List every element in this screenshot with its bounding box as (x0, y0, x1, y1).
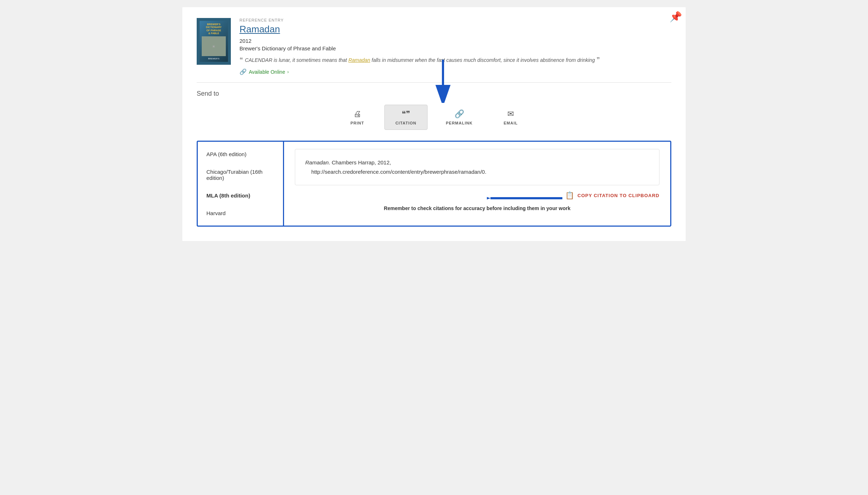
quote-ramadan-word: Ramadan (348, 57, 370, 63)
book-cover-image: ▣ (202, 36, 226, 56)
citation-button[interactable]: ❝❞ CITATION (384, 105, 428, 130)
print-label: PRINT (351, 121, 364, 125)
entry-title[interactable]: Ramadan (239, 24, 671, 35)
entry-meta: REFERENCE ENTRY Ramadan 2012 Brewer's Di… (239, 18, 671, 75)
book-cover-logo: BREWER'S (208, 58, 219, 60)
quote-text-part1: CALENDAR is lunar, it sometimes means th… (245, 57, 348, 63)
permalink-label: PERMALINK (446, 121, 472, 125)
permalink-icon: 🔗 (454, 109, 464, 119)
entry-year: 2012 (239, 38, 671, 44)
citation-style-harvard[interactable]: Harvard (198, 204, 283, 222)
divider (197, 82, 671, 83)
book-cover: BREWER'SDICTIONARYOF PHRASE& FABLE ▣ BRE… (197, 18, 231, 65)
copy-icon: 📋 (565, 191, 575, 200)
toolbar-wrapper: 🖨 PRINT ❝❞ CITATION 🔗 PERMALINK ✉ EMAIL (197, 105, 671, 130)
citation-style-mla[interactable]: MLA (8th edition) (198, 187, 283, 204)
toolbar: 🖨 PRINT ❝❞ CITATION 🔗 PERMALINK ✉ EMAIL (197, 105, 671, 130)
copy-citation-row: 📋 COPY CITATION TO CLIPBOARD (295, 191, 659, 200)
citation-content: Ramadan. Chambers Harrap, 2012, http://s… (284, 142, 670, 226)
citation-url: http://search.credoreference.com/content… (305, 169, 486, 175)
citation-styles-list: APA (6th edition) Chicago/Turabian (16th… (198, 142, 284, 226)
quote-text-part2: falls in midsummer when the fast causes … (370, 57, 595, 63)
copy-citation-label: COPY CITATION TO CLIPBOARD (577, 193, 659, 198)
available-online-link[interactable]: 🔗 Available Online › (239, 68, 671, 75)
citation-style-chicago[interactable]: Chicago/Turabian (16th edition) (198, 163, 283, 187)
citation-text-box: Ramadan. Chambers Harrap, 2012, http://s… (295, 149, 659, 185)
entry-type-label: REFERENCE ENTRY (239, 18, 671, 22)
quote-open-icon: ❝ (239, 56, 245, 63)
available-online-label: Available Online (249, 69, 285, 75)
main-card: 📌 BREWER'SDICTIONARYOF PHRASE& FABLE ▣ B… (182, 7, 686, 241)
copy-citation-button[interactable]: 📋 COPY CITATION TO CLIPBOARD (565, 191, 659, 200)
accuracy-note: Remember to check citations for accuracy… (295, 205, 659, 211)
entry-source: Brewer's Dictionary of Phrase and Fable (239, 45, 671, 51)
email-icon: ✉ (507, 109, 514, 119)
citation-icon: ❝❞ (402, 109, 410, 119)
citation-style-apa[interactable]: APA (6th edition) (198, 145, 283, 163)
print-icon: 🖨 (353, 109, 361, 119)
send-to-label: Send to (197, 90, 671, 97)
link-icon: 🔗 (239, 68, 247, 75)
chevron-right-icon: › (287, 69, 289, 74)
email-button[interactable]: ✉ EMAIL (491, 105, 530, 130)
arrow-left-indicator (487, 193, 566, 204)
book-cover-title: BREWER'SDICTIONARYOF PHRASE& FABLE (206, 23, 221, 35)
citation-rest: . Chambers Harrap, 2012, (329, 159, 391, 165)
entry-header: BREWER'SDICTIONARYOF PHRASE& FABLE ▣ BRE… (197, 18, 671, 75)
send-to-section: Send to 🖨 PRINT (197, 90, 671, 227)
page-container: 📌 BREWER'SDICTIONARYOF PHRASE& FABLE ▣ B… (182, 7, 686, 241)
entry-quote: ❝ CALENDAR is lunar, it sometimes means … (239, 55, 671, 65)
citation-label: CITATION (396, 121, 416, 125)
permalink-button[interactable]: 🔗 PERMALINK (435, 105, 484, 130)
citation-italic: Ramadan (305, 159, 329, 165)
pin-icon[interactable]: 📌 (670, 11, 682, 23)
quote-close-icon: ❞ (595, 56, 600, 63)
citation-panel: APA (6th edition) Chicago/Turabian (16th… (197, 141, 671, 227)
print-button[interactable]: 🖨 PRINT (338, 105, 377, 130)
email-label: EMAIL (504, 121, 518, 125)
